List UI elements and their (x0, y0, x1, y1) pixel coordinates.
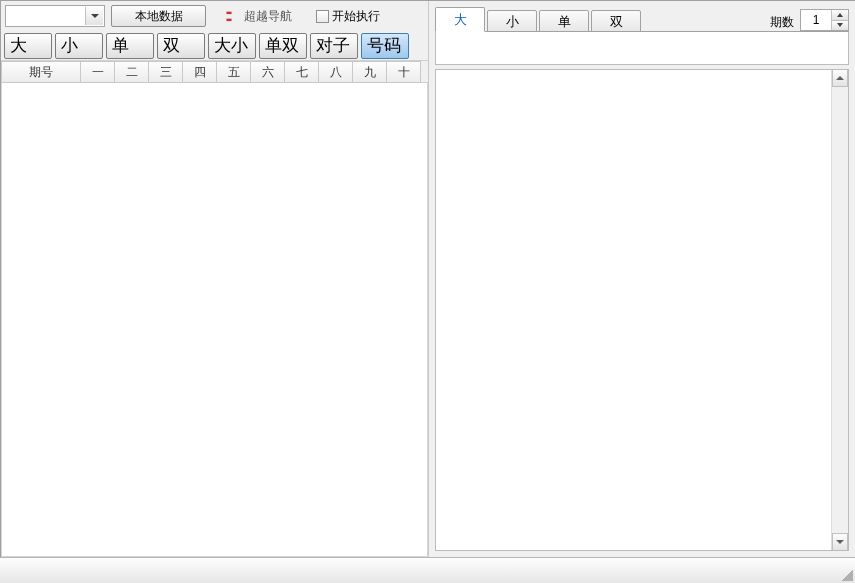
col-4[interactable]: 四 (183, 61, 217, 83)
col-9[interactable]: 九 (353, 61, 387, 83)
local-data-button[interactable]: 本地数据 (111, 5, 206, 27)
col-period[interactable]: 期号 (1, 61, 81, 83)
app-root: 本地数据 ▪▪▪▪ 超越导航 开始执行 大 小 单 双 大小 单双 对子 (0, 0, 855, 583)
scroll-up-button[interactable] (832, 70, 848, 87)
start-exec-checkbox[interactable]: 开始执行 (316, 8, 380, 25)
grid-body[interactable] (1, 83, 428, 557)
mode-odd-button[interactable]: 单 (106, 33, 154, 59)
period-count-label: 期数 (770, 14, 794, 31)
tabs-row: 大 小 单 双 期数 (429, 1, 855, 31)
tab-even[interactable]: 双 (591, 10, 641, 33)
top-toolbar: 本地数据 ▪▪▪▪ 超越导航 开始执行 (1, 1, 428, 31)
nav-link[interactable]: ▪▪▪▪ 超越导航 (226, 8, 292, 25)
spinner-up-button[interactable] (832, 10, 848, 20)
mode-pair-button[interactable]: 对子 (310, 33, 358, 59)
main-area: 本地数据 ▪▪▪▪ 超越导航 开始执行 大 小 单 双 大小 单双 对子 (0, 0, 855, 557)
chevron-up-icon (837, 13, 843, 17)
tab-small[interactable]: 小 (487, 10, 537, 33)
right-top-panel[interactable] (435, 31, 849, 65)
col-1[interactable]: 一 (81, 61, 115, 83)
right-pane: 大 小 单 双 期数 (429, 1, 855, 557)
chevron-down-icon (837, 23, 843, 27)
chevron-down-icon (91, 14, 99, 18)
col-2[interactable]: 二 (115, 61, 149, 83)
mode-toolbar: 大 小 单 双 大小 单双 对子 号码 (1, 31, 428, 61)
local-data-label: 本地数据 (135, 8, 183, 25)
col-6[interactable]: 六 (251, 61, 285, 83)
period-count-input[interactable] (801, 10, 831, 30)
chevron-up-icon (836, 76, 844, 80)
col-8[interactable]: 八 (319, 61, 353, 83)
start-exec-label: 开始执行 (332, 8, 380, 25)
nav-link-icon: ▪▪▪▪ (226, 9, 240, 23)
col-10[interactable]: 十 (387, 61, 421, 83)
grid-header: 期号 一 二 三 四 五 六 七 八 九 十 (1, 61, 428, 83)
left-pane: 本地数据 ▪▪▪▪ 超越导航 开始执行 大 小 单 双 大小 单双 对子 (1, 1, 429, 557)
col-7[interactable]: 七 (285, 61, 319, 83)
chevron-down-icon (836, 540, 844, 544)
period-count-spinner[interactable] (800, 9, 849, 31)
scroll-down-button[interactable] (832, 533, 848, 550)
mode-small-button[interactable]: 小 (55, 33, 103, 59)
mode-oddeven-button[interactable]: 单双 (259, 33, 307, 59)
resize-grip-icon[interactable] (839, 567, 853, 581)
tab-big[interactable]: 大 (435, 7, 485, 32)
vertical-scrollbar[interactable] (831, 70, 848, 550)
mode-number-button[interactable]: 号码 (361, 33, 409, 59)
mode-even-button[interactable]: 双 (157, 33, 205, 59)
col-5[interactable]: 五 (217, 61, 251, 83)
right-body-panel[interactable] (435, 69, 849, 551)
status-bar (0, 557, 855, 583)
checkbox-icon (316, 10, 329, 23)
nav-link-label: 超越导航 (244, 8, 292, 25)
mode-bigsmall-button[interactable]: 大小 (208, 33, 256, 59)
source-dropdown[interactable] (5, 5, 105, 27)
col-3[interactable]: 三 (149, 61, 183, 83)
spinner-buttons (831, 10, 848, 30)
mode-big-button[interactable]: 大 (4, 33, 52, 59)
tab-odd[interactable]: 单 (539, 10, 589, 33)
spinner-down-button[interactable] (832, 20, 848, 31)
